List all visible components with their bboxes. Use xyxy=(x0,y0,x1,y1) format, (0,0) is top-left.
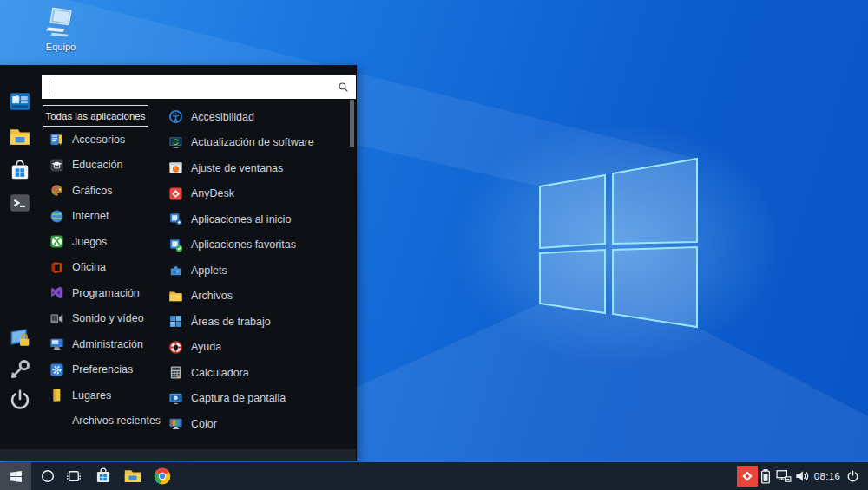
app-item-aplicaciones-favoritas[interactable]: Aplicaciones favoritas xyxy=(161,232,347,258)
category-item-educacion[interactable]: Educación xyxy=(42,153,161,179)
no-icon xyxy=(49,414,64,428)
computer-icon xyxy=(42,5,80,38)
tray-anydesk-tray[interactable] xyxy=(737,466,758,487)
app-item-ajuste-de-ventanas[interactable]: Ajuste de ventanas xyxy=(161,155,347,181)
app-label: Aplicaciones al inicio xyxy=(191,213,291,225)
tray-network[interactable] xyxy=(774,466,793,487)
all-applications-button[interactable]: Todas las aplicaciones xyxy=(43,105,148,127)
app-item-color[interactable]: Color xyxy=(161,411,347,437)
app-item-archivos[interactable]: Archivos xyxy=(161,284,347,310)
help-icon xyxy=(168,340,183,355)
category-label: Educación xyxy=(72,159,122,171)
software-update-icon xyxy=(168,135,183,150)
desktop-icon-label: Equipo xyxy=(46,42,76,52)
tray-volume[interactable] xyxy=(792,466,812,487)
category-item-preferencias[interactable]: Preferencias xyxy=(42,357,161,383)
workspaces-icon xyxy=(168,314,183,329)
app-item-ayuda[interactable]: Ayuda xyxy=(161,335,347,361)
sidebar-button-file-manager[interactable] xyxy=(8,125,32,149)
taskbar-button-power[interactable] xyxy=(840,462,865,490)
category-label: Archivos recientes xyxy=(72,415,161,427)
desktop-icon-equipo[interactable]: Equipo xyxy=(31,5,90,54)
scrollbar-thumb[interactable] xyxy=(350,100,354,147)
app-item-applets[interactable]: Applets xyxy=(161,258,347,284)
screenshot-icon xyxy=(168,391,183,406)
search-box[interactable] xyxy=(42,75,356,99)
accessibility-icon xyxy=(168,109,183,124)
app-label: Aplicaciones favoritas xyxy=(191,238,296,251)
category-label: Juegos xyxy=(72,236,107,248)
app-item-areas-de-trabajo[interactable]: Áreas de trabajo xyxy=(161,309,347,335)
category-item-juegos[interactable]: Juegos xyxy=(42,229,161,255)
sidebar-button-software-manager[interactable] xyxy=(8,89,32,114)
category-item-administracion[interactable]: Administración xyxy=(42,331,161,357)
sidebar-button-lock-screen[interactable] xyxy=(8,326,32,350)
taskbar-button-cortana[interactable] xyxy=(35,462,61,490)
start-menu: Todas las aplicaciones AccesoriosEducaci… xyxy=(0,65,357,461)
app-label: Captura de pantalla xyxy=(191,392,286,404)
category-item-accesorios[interactable]: Accesorios xyxy=(42,127,161,153)
color-icon xyxy=(168,416,183,431)
app-label: Accesibilidad xyxy=(191,111,254,123)
taskbar-button-store[interactable] xyxy=(89,462,117,490)
application-list: AccesibilidadActualización de softwareAj… xyxy=(161,104,347,437)
volume-icon xyxy=(793,467,811,485)
category-item-archivos-recientes[interactable]: Archivos recientes xyxy=(42,408,161,434)
app-item-calculadora[interactable]: Calculadora xyxy=(161,360,347,386)
category-label: Oficina xyxy=(72,261,106,273)
category-label: Accesorios xyxy=(72,134,125,146)
sidebar-button-store[interactable] xyxy=(8,159,32,183)
app-label: Áreas de trabajo xyxy=(191,316,271,328)
startup-apps-icon xyxy=(168,212,183,226)
app-item-captura-de-pantalla[interactable]: Captura de pantalla xyxy=(161,386,347,412)
taskbar-button-file-explorer[interactable] xyxy=(119,462,147,490)
taskbar: 08:16 xyxy=(0,462,868,490)
windows-start-icon xyxy=(9,469,23,484)
app-item-aplicaciones-al-inicio[interactable]: Aplicaciones al inicio xyxy=(161,206,347,232)
sidebar-button-logout[interactable] xyxy=(8,357,32,382)
category-label: Programación xyxy=(72,287,140,299)
app-item-anydesk[interactable]: AnyDesk xyxy=(161,181,347,207)
category-item-internet[interactable]: Internet xyxy=(42,204,161,230)
sidebar-button-shutdown[interactable] xyxy=(8,388,32,412)
battery-icon xyxy=(757,467,774,485)
category-item-graficos[interactable]: Gráficos xyxy=(42,178,161,204)
software-manager-icon xyxy=(9,90,31,113)
taskbar-clock[interactable]: 08:16 xyxy=(812,462,842,490)
taskbar-button-start[interactable] xyxy=(0,462,31,490)
anydesk-icon xyxy=(168,186,183,201)
app-label: Ajuste de ventanas xyxy=(191,162,283,174)
places-icon xyxy=(49,388,64,402)
search-input[interactable] xyxy=(42,75,338,99)
search-icon xyxy=(338,82,349,93)
games-icon xyxy=(49,234,64,249)
store-icon xyxy=(9,160,31,182)
sound-video-icon xyxy=(49,311,64,326)
folder-taskbar-icon xyxy=(123,467,142,486)
app-item-accesibilidad[interactable]: Accesibilidad xyxy=(161,104,347,130)
category-item-oficina[interactable]: Oficina xyxy=(42,255,161,281)
window-tweaks-icon xyxy=(168,160,183,175)
category-item-lugares[interactable]: Lugares xyxy=(42,382,161,408)
store-taskbar-icon xyxy=(95,467,112,485)
taskbar-button-task-view[interactable] xyxy=(61,462,87,490)
tray-battery[interactable] xyxy=(757,466,774,487)
sidebar-button-terminal[interactable] xyxy=(8,191,32,215)
category-item-sonido-y-video[interactable]: Sonido y vídeo xyxy=(42,306,161,332)
category-label: Sonido y vídeo xyxy=(72,312,144,324)
calculator-icon xyxy=(168,365,183,380)
app-label: Ayuda xyxy=(191,341,221,353)
accessories-icon xyxy=(49,132,64,147)
text-caret xyxy=(49,81,49,94)
files-app-icon xyxy=(168,289,183,304)
circle-icon xyxy=(40,468,56,484)
anydesk-tray-icon xyxy=(740,468,755,484)
power-icon xyxy=(9,389,31,411)
category-label: Administración xyxy=(72,338,143,350)
category-item-programacion[interactable]: Programación xyxy=(42,280,161,306)
app-item-actualizacion-de-software[interactable]: Actualización de software xyxy=(161,130,347,156)
education-icon xyxy=(49,158,64,173)
category-label: Preferencias xyxy=(72,363,133,376)
category-label: Internet xyxy=(72,210,108,222)
taskbar-button-chrome[interactable] xyxy=(148,462,176,490)
